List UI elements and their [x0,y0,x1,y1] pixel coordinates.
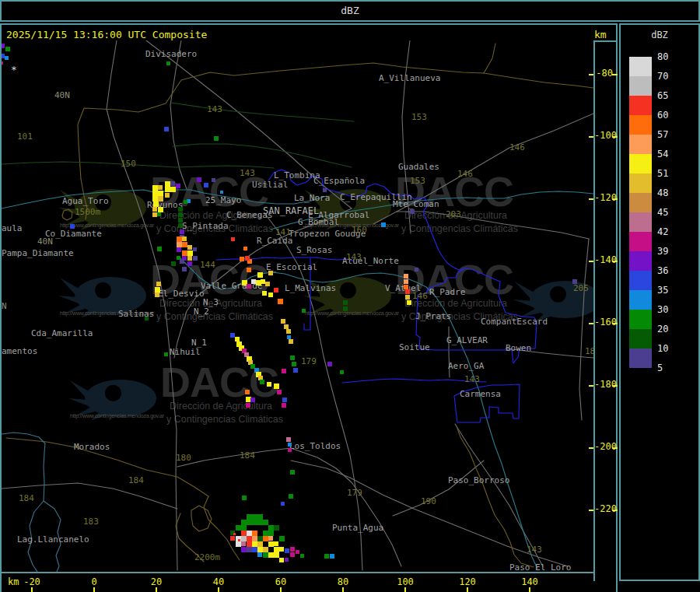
radar-echo [286,329,291,334]
radar-echo [263,531,268,536]
legend-color-block [629,193,652,212]
map-panel: 2025/11/15 13:16:00 UTC Composite km DAC… [0,23,618,592]
right-axis-label: -140 [594,254,613,265]
radar-echo [405,289,410,294]
radar-echo [260,380,264,384]
bottom-axis-label: 40 [203,576,234,587]
radar-echo [241,536,247,541]
map-label-town: N_2 [194,307,209,317]
radar-echo [178,207,183,212]
radar-echo [247,284,251,289]
map-label-town: Morados [74,442,110,452]
map-label-route: 143 [527,545,542,555]
radar-echo [247,547,252,552]
right-axis-tick [612,447,618,449]
bottom-axis-tick [31,587,33,592]
right-axis-tick [589,323,593,324]
radar-echo [152,196,158,201]
legend-color-block [629,271,652,290]
bottom-axis-label: 120 [452,576,483,587]
map-line-road [107,40,177,570]
radar-echo [245,390,250,394]
legend-color-block [629,154,652,173]
radar-echo [274,384,279,389]
radar-echo [302,309,306,313]
map-label-town: Carmensa [460,389,501,399]
radar-echo [187,256,192,261]
map-lines [2,40,593,572]
map-label-town: Divisadero [145,49,197,59]
radar-echo [158,207,163,212]
radar-echo [268,525,274,531]
radar-echo [220,191,223,194]
radar-echo [246,403,250,408]
radar-echo [178,212,183,217]
radar-echo [193,256,198,261]
legend-value-label: 60 [657,110,677,121]
radar-echo [165,193,170,198]
map-label-town: Aero_GA [448,361,484,371]
bottom-axis-tick [218,587,219,592]
map-label-town: G_ALVEAR [446,335,488,345]
map-label-route: 179 [301,356,317,366]
radar-echo [180,229,184,234]
map-label-town: S_Pintada [182,221,229,231]
map-label-town: Co_Diamante [45,229,102,239]
map-label-route: 18 [585,346,593,356]
map-label-route: 160 [352,225,367,235]
radar-echo [407,300,411,305]
map-label-route: 146 [509,142,525,152]
radar-echo [247,536,252,541]
radar-echo [289,339,293,344]
radar-echo [279,547,284,552]
radar-echo [212,178,215,182]
map-label-town: C_Benegas [226,210,273,220]
radar-echo [290,552,295,557]
radar-echo [278,299,283,304]
radar-echo [289,494,293,499]
plot-bottom-border [2,572,594,573]
radar-echo [572,279,577,284]
map-label-town: Nihuil [170,347,201,357]
right-axis-label: -120 [594,192,613,203]
map-label-route: 146 [457,169,473,179]
radar-echo [324,554,329,559]
radar-echo [381,222,386,227]
radar-echo [252,541,257,547]
right-axis-tick [612,323,618,324]
radar-app: { "title_bar": {"title": "dBZ"}, "map_he… [0,0,700,592]
bottom-axis-tick [156,587,157,592]
map-label-route: 144 [200,260,215,270]
radar-echo [257,520,263,525]
radar-echo [250,398,255,402]
radar-echo [340,370,344,374]
radar-echo [238,539,240,541]
radar-echo [281,502,285,506]
map-line-road [397,212,589,239]
right-axis-tick [589,136,593,138]
radar-echo [247,514,252,520]
map-label-route: 153 [410,176,425,186]
radar-echo [187,261,192,266]
legend-title: dBZ [621,30,698,40]
map-label-town: CompantEscard [481,317,548,327]
map-line-olive [484,73,593,88]
radar-echo [158,191,163,196]
radar-echo [240,257,244,261]
map-label-town: A_Villanueva [379,73,440,83]
radar-echo [165,181,170,187]
bottom-axis-label: -20 [16,576,47,587]
radar-echo [327,362,332,366]
map-line-road [177,448,401,566]
right-axis-tick [589,198,593,200]
map-label-town: Cda_Amarilla [31,328,93,338]
radar-echo [268,541,274,547]
map-label-grid: 40N [54,90,70,100]
map-label-route: 153 [411,112,427,122]
legend-value-label: 39 [657,246,677,257]
radar-echo [410,209,415,214]
radar-echo [152,185,158,191]
map-label-route: 101 [17,131,33,142]
legend-value-label: 80 [657,51,677,62]
radar-echo [274,547,279,552]
